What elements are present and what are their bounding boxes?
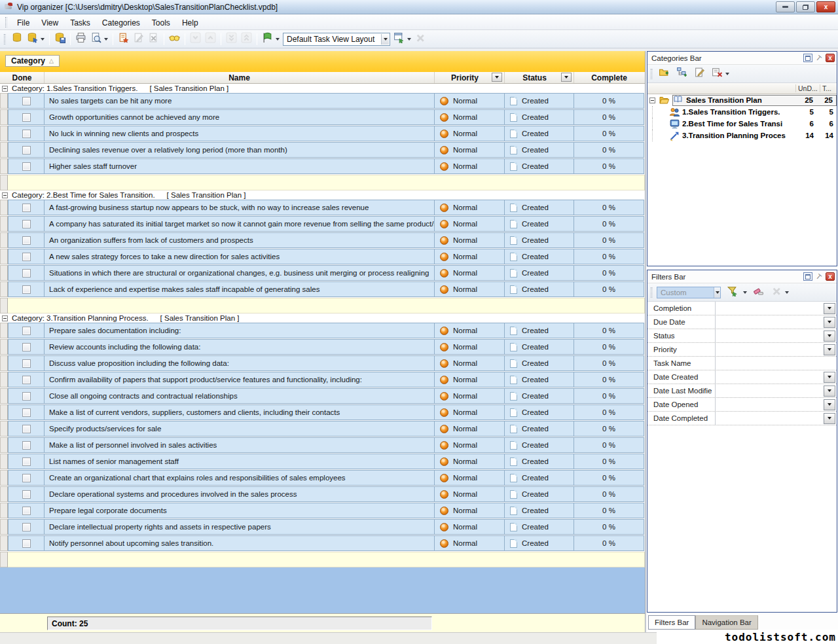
complete-cell[interactable]: 0 % — [574, 339, 644, 355]
filter-dropdown-button[interactable] — [824, 331, 835, 342]
task-name-cell[interactable]: Declining sales revenue over a relativel… — [45, 142, 435, 158]
complete-cell[interactable]: 0 % — [574, 200, 644, 215]
complete-cell[interactable]: 0 % — [574, 232, 644, 248]
priority-cell[interactable]: Normal — [435, 535, 505, 551]
new-subcategory-button[interactable] — [674, 66, 689, 81]
filter-preset-dropdown-icon[interactable] — [714, 287, 720, 298]
new-task-button[interactable] — [116, 31, 131, 46]
priority-cell[interactable]: Normal — [435, 109, 505, 125]
task-row[interactable]: List names of senior management staffNor… — [0, 454, 645, 469]
column-header-complete[interactable]: Complete — [574, 72, 644, 83]
tree-root-row[interactable]: Sales Transition Plan 25 25 — [647, 94, 837, 106]
task-checkbox[interactable] — [22, 220, 31, 228]
task-row[interactable]: Situations in which there are structural… — [0, 265, 645, 281]
task-checkbox[interactable] — [22, 97, 31, 105]
save-filter-button[interactable] — [725, 285, 740, 300]
group-by-category-button[interactable]: Category △ — [5, 55, 60, 67]
panel-restore-button[interactable] — [803, 272, 812, 281]
task-row[interactable]: A company has saturated its initial targ… — [0, 216, 645, 232]
task-checkbox[interactable] — [22, 130, 31, 138]
task-row[interactable]: Declining sales revenue over a relativel… — [0, 142, 645, 158]
category-group-row[interactable]: Category: 2.Best Time for Sales Transiti… — [0, 190, 645, 200]
complete-cell[interactable]: 0 % — [574, 421, 644, 437]
dropdown-caret-icon[interactable] — [276, 38, 280, 41]
task-checkbox[interactable] — [22, 523, 31, 531]
task-checkbox[interactable] — [22, 441, 31, 450]
priority-cell[interactable]: Normal — [435, 404, 505, 420]
tree-category-item[interactable]: 1.Sales Transition Triggers.55 — [647, 106, 837, 118]
complete-cell[interactable]: 0 % — [574, 355, 644, 371]
task-row[interactable]: Declare operational systems and procedur… — [0, 486, 645, 502]
task-checkbox[interactable] — [22, 236, 31, 245]
task-name-cell[interactable]: Declare intellectual property rights and… — [45, 519, 435, 535]
filter-dropdown-button[interactable] — [824, 344, 835, 355]
priority-cell[interactable]: Normal — [435, 323, 505, 338]
task-checkbox[interactable] — [22, 204, 31, 212]
more-options-icon[interactable] — [785, 291, 789, 294]
filter-preset-combobox[interactable]: Custom — [657, 287, 721, 298]
filter-dropdown-button[interactable] — [824, 372, 835, 383]
task-row[interactable]: Discuss value proposition including the … — [0, 355, 645, 371]
complete-cell[interactable]: 0 % — [574, 142, 644, 158]
complete-cell[interactable]: 0 % — [574, 109, 644, 125]
task-row[interactable]: An organization suffers from lack of cus… — [0, 232, 645, 248]
task-name-cell[interactable]: Higher sales staff turnover — [45, 158, 435, 174]
menu-item-help[interactable]: Help — [176, 16, 204, 29]
task-checkbox[interactable] — [22, 490, 31, 499]
task-row[interactable]: No sales targets can be hit any moreNorm… — [0, 93, 645, 109]
priority-cell[interactable]: Normal — [435, 454, 505, 469]
status-cell[interactable]: Created — [505, 232, 574, 248]
task-checkbox[interactable] — [22, 253, 31, 261]
status-cell[interactable]: Created — [505, 437, 574, 453]
priority-cell[interactable]: Normal — [435, 355, 505, 371]
task-name-cell[interactable]: Review accounts including the following … — [45, 339, 435, 355]
status-cell[interactable]: Created — [505, 421, 574, 437]
task-row[interactable]: Declare intellectual property rights and… — [0, 519, 645, 535]
task-checkbox[interactable] — [22, 408, 31, 417]
priority-cell[interactable]: Normal — [435, 437, 505, 453]
task-row[interactable]: Higher sales staff turnoverNormalCreated… — [0, 158, 645, 174]
complete-cell[interactable]: 0 % — [574, 519, 644, 535]
task-row[interactable]: Make a list of current vendors, supplier… — [0, 404, 645, 420]
status-cell[interactable]: Created — [505, 93, 574, 109]
filter-dropdown-button[interactable] — [824, 413, 835, 424]
task-row[interactable]: Prepare legal corporate documentsNormalC… — [0, 503, 645, 518]
task-checkbox[interactable] — [22, 507, 31, 515]
collapse-icon[interactable] — [2, 86, 8, 92]
task-row[interactable]: Lack of experience and expertise makes s… — [0, 281, 645, 297]
status-cell[interactable]: Created — [505, 109, 574, 125]
task-row[interactable]: Create an organizational chart that expl… — [0, 470, 645, 486]
dropdown-caret-icon[interactable] — [743, 291, 747, 294]
task-name-cell[interactable]: Notify personnel about upcoming sales tr… — [45, 535, 435, 551]
task-name-cell[interactable]: List names of senior management staff — [45, 454, 435, 469]
task-checkbox[interactable] — [22, 146, 31, 154]
task-checkbox[interactable] — [22, 327, 31, 335]
complete-cell[interactable]: 0 % — [574, 93, 644, 109]
print-preview-button[interactable] — [88, 31, 103, 46]
panel-pin-icon[interactable]: T — [812, 52, 825, 64]
task-name-cell[interactable]: A company has saturated its initial targ… — [45, 216, 435, 232]
clear-filter-button[interactable] — [752, 285, 767, 300]
edit-category-button[interactable] — [692, 66, 707, 81]
priority-cell[interactable]: Normal — [435, 388, 505, 404]
tree-column-total[interactable]: T... — [820, 84, 837, 92]
filter-dropdown-button[interactable] — [824, 317, 835, 328]
task-checkbox[interactable] — [22, 539, 31, 548]
status-cell[interactable]: Created — [505, 388, 574, 404]
complete-cell[interactable]: 0 % — [574, 281, 644, 297]
new-database-button[interactable] — [10, 31, 25, 46]
task-name-cell[interactable]: An organization suffers from lack of cus… — [45, 232, 435, 248]
panel-restore-button[interactable] — [803, 54, 812, 62]
status-cell[interactable]: Created — [505, 281, 574, 297]
menu-item-file[interactable]: File — [11, 16, 35, 29]
priority-cell[interactable]: Normal — [435, 503, 505, 518]
priority-cell[interactable]: Normal — [435, 232, 505, 248]
priority-cell[interactable]: Normal — [435, 339, 505, 355]
task-name-cell[interactable]: Prepare legal corporate documents — [45, 503, 435, 518]
column-header-done[interactable]: Done — [0, 72, 45, 83]
dropdown-caret-icon[interactable] — [41, 38, 45, 41]
dock-tab-filters-bar[interactable]: Filters Bar — [648, 615, 695, 630]
new-category-button[interactable] — [657, 66, 672, 81]
dropdown-caret-icon[interactable] — [407, 38, 411, 41]
priority-filter-dropdown[interactable] — [492, 73, 502, 82]
